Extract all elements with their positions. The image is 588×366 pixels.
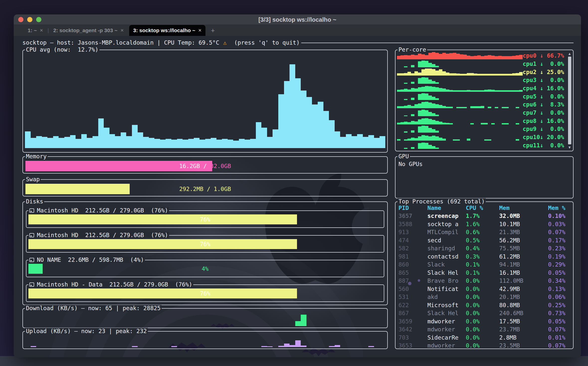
disk-item-title: Macintosh HD 212.5GB / 279.0GB (76%): [28, 232, 169, 238]
process-mem-pct: 0.03%: [548, 221, 570, 227]
wallpaper-bottom-strip: [0, 356, 588, 366]
process-cpu-pct: 0.6%: [466, 229, 499, 235]
process-pid: 887: [398, 277, 427, 284]
close-window-button[interactable]: [18, 17, 23, 22]
core-sparkline: [397, 60, 523, 68]
disks-panel-title: Disks: [25, 198, 44, 205]
scroll-up-icon[interactable]: ▲: [568, 52, 571, 56]
cpu-history-chart: [25, 55, 385, 148]
process-name: contactsd: [427, 253, 466, 260]
core-label: cpu9 ↓ 0.0%: [523, 125, 564, 133]
warning-icon: ⚠: [223, 39, 227, 46]
process-mem-pct: 0.17%: [548, 237, 570, 244]
core-row: cpu11↓ 0.0%: [397, 141, 564, 149]
tab-3-active[interactable]: 3: socktop ws://localho ~×: [129, 25, 205, 36]
process-name: mdworker_: [427, 342, 466, 349]
process-row: 867 Slack Hel 0.0% 240.6MB 0.73%: [398, 309, 570, 317]
core-row: cpu7 ↓ 0.0%: [397, 109, 564, 117]
gpu-status-text: No GPUs: [395, 157, 573, 171]
process-cpu-pct: 0.1%: [466, 261, 499, 268]
process-pid: 622: [398, 302, 427, 308]
process-cpu-pct: 0.4%: [466, 245, 499, 252]
tab-1[interactable]: 1: ~×: [24, 25, 47, 36]
process-cpu-pct: 0.1%: [466, 270, 499, 276]
process-cpu-pct: 0.0%: [466, 294, 499, 300]
app-header-text: socktop — host: Jasons-MBP.localdomain |…: [22, 39, 223, 46]
minimize-window-button[interactable]: [27, 17, 32, 22]
process-name: socktop_a: [427, 221, 466, 227]
process-mem-pct: 0.05%: [548, 270, 570, 276]
process-row: 865 Slack Hel 0.1% 16.1MB 0.05%: [398, 269, 570, 277]
disk-item: Macintosh HD - Data 212.5GB / 279.0GB (7…: [26, 284, 384, 302]
process-mem: 56.2MB: [499, 237, 548, 244]
upload-history-chart: [25, 335, 385, 347]
col-cpu: CPU %: [466, 205, 499, 211]
core-sparkline: [397, 141, 523, 149]
process-pid: 860: [398, 261, 427, 268]
process-mem-pct: 0.07%: [548, 229, 570, 235]
process-mem: 112.0MB: [499, 277, 548, 284]
per-core-scrollbar[interactable]: ▲ ▼: [567, 52, 572, 149]
tab-1-close-icon[interactable]: ×: [40, 27, 43, 34]
memory-gauge-label: 16.2GB / 32.0GB: [25, 161, 385, 171]
core-sparkline: [397, 109, 523, 117]
window-titlebar[interactable]: [3/3] socktop ws://localho ~: [14, 14, 581, 25]
process-row: 981 contactsd 0.3% 61.2MB 0.19%: [398, 253, 570, 261]
process-pid: 3659: [398, 318, 427, 325]
tab-3-close-icon[interactable]: ×: [198, 27, 201, 34]
download-panel-title: Download (KB/s) — now: 65 | peak: 28825: [25, 305, 162, 311]
swap-gauge-label: 292.2MB / 1.0GB: [25, 184, 385, 194]
core-row: cpu1 ↓ 0.0%: [397, 60, 564, 68]
tab-2-close-icon[interactable]: ×: [120, 27, 124, 34]
process-row: 913 MTLCompil 0.6% 21.3MB 0.07%: [398, 228, 570, 236]
process-cpu-pct: 0.0%: [466, 277, 499, 284]
process-mem: 61.2MB: [499, 253, 548, 260]
scroll-down-icon[interactable]: ▼: [568, 145, 571, 149]
window-title: [3/3] socktop ws://localho ~: [14, 16, 581, 23]
process-mem: 75.5MB: [499, 245, 548, 252]
disk-gauge-label: 76%: [28, 214, 382, 224]
process-row: 531 akd 0.0% 20.1MB 0.06%: [398, 293, 570, 301]
process-cpu-pct: 0.0%: [466, 310, 499, 316]
process-mem-pct: 0.06%: [548, 294, 570, 300]
process-mem: 17.5MB: [499, 318, 548, 325]
process-cpu-pct: 0.5%: [466, 237, 499, 244]
core-row: cpu9 ↓ 0.0%: [397, 125, 564, 133]
process-row: 3588 socktop_a 1.6% 10.1MB 0.03%: [398, 220, 570, 228]
core-row: cpu2 ↓ 25.0%: [397, 68, 564, 76]
process-row: 3642 mdworker_ 0.0% 23.7MB 0.07%: [398, 325, 570, 334]
scrollbar-thumb[interactable]: [568, 57, 571, 144]
process-table-body: 3657 screencap 1.7% 32.0MB 0.10% 3588 so…: [398, 212, 570, 350]
core-label: cpu3 ↓ 0.0%: [523, 76, 564, 84]
core-label: cpu4 ↓ 16.0%: [523, 84, 564, 92]
disk-usage-gauge: 76%: [28, 214, 382, 224]
process-mem-pct: 0.01%: [548, 334, 570, 341]
core-row: cpu5 ↓ 0.0%: [397, 92, 564, 100]
process-name: Notificat: [427, 286, 466, 292]
terminal-content: socktop — host: Jasons-MBP.localdomain |…: [14, 36, 581, 357]
core-sparkline: [397, 117, 523, 125]
process-cpu-pct: 0.0%: [466, 342, 499, 349]
terminal-window: [3/3] socktop ws://localho ~ 1: ~× | 2: …: [14, 14, 581, 357]
process-name: mdworker_: [427, 318, 466, 325]
process-cpu-pct: 0.3%: [466, 253, 499, 260]
process-row: 474 secd 0.5% 56.2MB 0.17%: [398, 236, 570, 245]
process-mem: 23.7MB: [499, 326, 548, 333]
traffic-lights: [18, 14, 41, 25]
new-tab-button[interactable]: +: [211, 27, 215, 34]
disk-label: Macintosh HD 212.5GB / 279.0GB (76%): [37, 207, 168, 214]
disk-icon: [29, 233, 34, 237]
process-cpu-pct: 0.0%: [466, 286, 499, 292]
tab-divider: |: [47, 28, 49, 33]
swap-panel: Swap 292.2MB / 1.0GB: [22, 179, 388, 196]
process-mem-pct: 0.07%: [548, 326, 570, 333]
tab-2[interactable]: 2: socktop_agent -p 303 ~×: [49, 25, 128, 36]
zoom-window-button[interactable]: [36, 17, 41, 22]
tab-bar: 1: ~× | 2: socktop_agent -p 303 ~× 3: so…: [14, 25, 581, 36]
process-mem-pct: 0.23%: [548, 245, 570, 252]
core-label: cpu2 ↓ 25.0%: [523, 68, 564, 76]
process-row: 582 sharingd 0.4% 75.5MB 0.23%: [398, 244, 570, 253]
process-mem-pct: 0.34%: [548, 277, 570, 284]
process-cpu-pct: 0.0%: [466, 318, 499, 325]
process-name: Slack Hel: [427, 270, 466, 276]
